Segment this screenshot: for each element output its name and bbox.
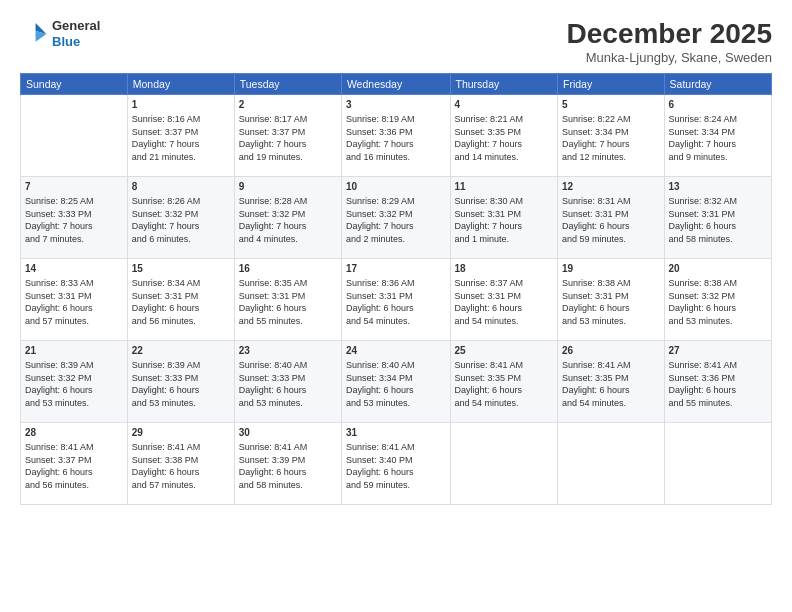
day-info-line: Sunset: 3:37 PM bbox=[25, 454, 123, 467]
title-block: December 2025 Munka-Ljungby, Skane, Swed… bbox=[567, 18, 772, 65]
day-number: 23 bbox=[239, 344, 337, 358]
day-number: 14 bbox=[25, 262, 123, 276]
day-info-line: Daylight: 7 hours bbox=[669, 138, 767, 151]
day-info-line: Daylight: 6 hours bbox=[669, 302, 767, 315]
day-info-line: Daylight: 7 hours bbox=[455, 220, 554, 233]
calendar-cell: 12Sunrise: 8:31 AMSunset: 3:31 PMDayligh… bbox=[558, 177, 665, 259]
day-number: 31 bbox=[346, 426, 446, 440]
day-info-line: Sunrise: 8:38 AM bbox=[562, 277, 660, 290]
calendar-cell: 10Sunrise: 8:29 AMSunset: 3:32 PMDayligh… bbox=[341, 177, 450, 259]
day-info-line: and 2 minutes. bbox=[346, 233, 446, 246]
day-number: 30 bbox=[239, 426, 337, 440]
calendar-cell: 23Sunrise: 8:40 AMSunset: 3:33 PMDayligh… bbox=[234, 341, 341, 423]
day-number: 11 bbox=[455, 180, 554, 194]
calendar-table: Sunday Monday Tuesday Wednesday Thursday… bbox=[20, 73, 772, 505]
day-info-line: Daylight: 6 hours bbox=[132, 466, 230, 479]
day-number: 2 bbox=[239, 98, 337, 112]
day-number: 27 bbox=[669, 344, 767, 358]
day-info-line: Daylight: 6 hours bbox=[455, 384, 554, 397]
calendar-cell: 21Sunrise: 8:39 AMSunset: 3:32 PMDayligh… bbox=[21, 341, 128, 423]
calendar-cell bbox=[450, 423, 558, 505]
day-info-line: Sunset: 3:34 PM bbox=[562, 126, 660, 139]
calendar-cell: 20Sunrise: 8:38 AMSunset: 3:32 PMDayligh… bbox=[664, 259, 771, 341]
day-info-line: Sunrise: 8:19 AM bbox=[346, 113, 446, 126]
calendar-cell: 25Sunrise: 8:41 AMSunset: 3:35 PMDayligh… bbox=[450, 341, 558, 423]
day-info-line: and 58 minutes. bbox=[239, 479, 337, 492]
day-info-line: Sunrise: 8:32 AM bbox=[669, 195, 767, 208]
day-info-line: Sunset: 3:31 PM bbox=[239, 290, 337, 303]
day-number: 19 bbox=[562, 262, 660, 276]
day-info-line: and 53 minutes. bbox=[25, 397, 123, 410]
day-info-line: Daylight: 6 hours bbox=[346, 302, 446, 315]
calendar-cell: 9Sunrise: 8:28 AMSunset: 3:32 PMDaylight… bbox=[234, 177, 341, 259]
day-info-line: Daylight: 6 hours bbox=[25, 384, 123, 397]
day-info-line: Sunrise: 8:30 AM bbox=[455, 195, 554, 208]
day-info-line: and 57 minutes. bbox=[25, 315, 123, 328]
day-info-line: Sunset: 3:31 PM bbox=[346, 290, 446, 303]
day-info-line: and 12 minutes. bbox=[562, 151, 660, 164]
col-friday: Friday bbox=[558, 74, 665, 95]
calendar-cell: 27Sunrise: 8:41 AMSunset: 3:36 PMDayligh… bbox=[664, 341, 771, 423]
day-info-line: Sunset: 3:34 PM bbox=[669, 126, 767, 139]
day-info-line: and 7 minutes. bbox=[25, 233, 123, 246]
day-info-line: and 16 minutes. bbox=[346, 151, 446, 164]
day-info-line: and 55 minutes. bbox=[669, 397, 767, 410]
calendar-cell: 13Sunrise: 8:32 AMSunset: 3:31 PMDayligh… bbox=[664, 177, 771, 259]
day-number: 7 bbox=[25, 180, 123, 194]
day-info-line: Daylight: 6 hours bbox=[669, 220, 767, 233]
day-info-line: Sunrise: 8:24 AM bbox=[669, 113, 767, 126]
day-info-line: Sunrise: 8:39 AM bbox=[132, 359, 230, 372]
day-number: 21 bbox=[25, 344, 123, 358]
day-number: 1 bbox=[132, 98, 230, 112]
day-info-line: Sunset: 3:38 PM bbox=[132, 454, 230, 467]
day-info-line: Sunrise: 8:28 AM bbox=[239, 195, 337, 208]
day-info-line: Daylight: 6 hours bbox=[25, 466, 123, 479]
calendar-cell: 18Sunrise: 8:37 AMSunset: 3:31 PMDayligh… bbox=[450, 259, 558, 341]
day-info-line: and 1 minute. bbox=[455, 233, 554, 246]
day-info-line: Sunrise: 8:29 AM bbox=[346, 195, 446, 208]
day-info-line: Sunset: 3:31 PM bbox=[455, 290, 554, 303]
day-info-line: Daylight: 6 hours bbox=[25, 302, 123, 315]
day-info-line: Sunrise: 8:39 AM bbox=[25, 359, 123, 372]
day-info-line: Sunrise: 8:17 AM bbox=[239, 113, 337, 126]
day-info-line: Daylight: 6 hours bbox=[562, 302, 660, 315]
day-info-line: and 54 minutes. bbox=[346, 315, 446, 328]
day-info-line: Sunrise: 8:16 AM bbox=[132, 113, 230, 126]
day-info-line: Sunrise: 8:41 AM bbox=[25, 441, 123, 454]
day-info-line: and 59 minutes. bbox=[562, 233, 660, 246]
calendar-cell: 7Sunrise: 8:25 AMSunset: 3:33 PMDaylight… bbox=[21, 177, 128, 259]
location-subtitle: Munka-Ljungby, Skane, Sweden bbox=[567, 50, 772, 65]
day-info-line: Sunset: 3:32 PM bbox=[346, 208, 446, 221]
day-info-line: and 53 minutes. bbox=[669, 315, 767, 328]
calendar-cell: 5Sunrise: 8:22 AMSunset: 3:34 PMDaylight… bbox=[558, 95, 665, 177]
calendar-cell: 28Sunrise: 8:41 AMSunset: 3:37 PMDayligh… bbox=[21, 423, 128, 505]
day-number: 6 bbox=[669, 98, 767, 112]
day-info-line: Sunset: 3:32 PM bbox=[669, 290, 767, 303]
day-info-line: and 14 minutes. bbox=[455, 151, 554, 164]
calendar-cell: 29Sunrise: 8:41 AMSunset: 3:38 PMDayligh… bbox=[127, 423, 234, 505]
day-number: 10 bbox=[346, 180, 446, 194]
day-number: 13 bbox=[669, 180, 767, 194]
day-info-line: and 19 minutes. bbox=[239, 151, 337, 164]
col-saturday: Saturday bbox=[664, 74, 771, 95]
col-tuesday: Tuesday bbox=[234, 74, 341, 95]
calendar-cell: 31Sunrise: 8:41 AMSunset: 3:40 PMDayligh… bbox=[341, 423, 450, 505]
day-info-line: Daylight: 6 hours bbox=[239, 302, 337, 315]
col-monday: Monday bbox=[127, 74, 234, 95]
day-info-line: Daylight: 7 hours bbox=[239, 138, 337, 151]
day-number: 29 bbox=[132, 426, 230, 440]
page: General Blue December 2025 Munka-Ljungby… bbox=[0, 0, 792, 612]
day-info-line: Sunrise: 8:40 AM bbox=[239, 359, 337, 372]
day-info-line: and 21 minutes. bbox=[132, 151, 230, 164]
calendar-cell: 26Sunrise: 8:41 AMSunset: 3:35 PMDayligh… bbox=[558, 341, 665, 423]
day-info-line: Daylight: 7 hours bbox=[132, 220, 230, 233]
day-info-line: Sunrise: 8:41 AM bbox=[346, 441, 446, 454]
day-info-line: Sunset: 3:31 PM bbox=[669, 208, 767, 221]
day-info-line: and 55 minutes. bbox=[239, 315, 337, 328]
calendar-cell bbox=[558, 423, 665, 505]
calendar-cell bbox=[21, 95, 128, 177]
calendar-body: 1Sunrise: 8:16 AMSunset: 3:37 PMDaylight… bbox=[21, 95, 772, 505]
week-row-3: 14Sunrise: 8:33 AMSunset: 3:31 PMDayligh… bbox=[21, 259, 772, 341]
day-info-line: Daylight: 7 hours bbox=[132, 138, 230, 151]
day-info-line: Sunrise: 8:41 AM bbox=[455, 359, 554, 372]
